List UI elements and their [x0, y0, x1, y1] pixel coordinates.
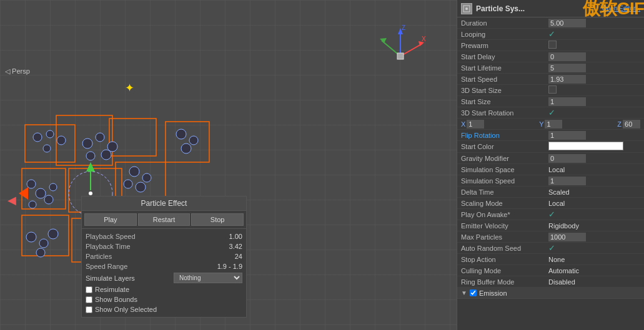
3d-start-size-value [548, 85, 640, 95]
stop-action-label: Stop Action [461, 256, 548, 263]
start-size-label: Start Size [461, 98, 548, 105]
auto-random-seed-label: Auto Random Seed [461, 245, 548, 252]
start-color-swatch[interactable] [548, 142, 623, 150]
start-lifetime-input[interactable] [548, 64, 586, 72]
emission-row[interactable]: ▼ Emission [457, 288, 644, 299]
svg-point-43 [181, 143, 191, 153]
prewarm-value [548, 41, 640, 50]
start-size-value [548, 97, 640, 106]
svg-text:Z: Z [402, 25, 405, 31]
svg-point-19 [46, 130, 54, 138]
start-delay-value [548, 52, 640, 61]
max-particles-input[interactable] [548, 233, 586, 241]
gravity-modifier-row: Gravity Modifier [457, 153, 644, 164]
delta-time-row: Delta Time Scaled [457, 187, 644, 198]
svg-point-44 [26, 232, 36, 242]
right-panel-title: Particle Sys... [476, 4, 525, 13]
speed-range-row: Speed Range 1.9 - 1.9 [86, 261, 242, 271]
emission-label: Emission [479, 289, 507, 297]
3d-start-rotation-label: 3D Start Rotation [461, 109, 548, 117]
svg-text:X: X [422, 36, 425, 42]
play-on-awake-label: Play On Awake* [461, 211, 548, 218]
y-label: Y [539, 120, 543, 128]
simulate-layers-select[interactable]: Nothing Everything [174, 273, 242, 283]
start-delay-input[interactable] [548, 52, 586, 61]
z-label: Z [617, 120, 622, 128]
particle-panel-title: Particle Effect [82, 197, 246, 211]
properties-scroll[interactable]: Duration Looping ✓ Prewarm Start Delay [457, 17, 644, 326]
simulation-speed-input[interactable] [548, 177, 586, 185]
scaling-mode-row: Scaling Mode Local [457, 198, 644, 209]
restart-button[interactable]: Restart [138, 213, 191, 226]
duration-input[interactable] [548, 19, 586, 27]
flip-rotation-input[interactable] [548, 131, 586, 140]
svg-point-34 [29, 201, 36, 208]
auto-random-seed-row: Auto Random Seed ✓ [457, 243, 644, 254]
culling-mode-row: Culling Mode Automatic [457, 265, 644, 276]
z-input[interactable] [623, 120, 640, 129]
play-on-awake-row: Play On Awake* ✓ [457, 209, 644, 220]
playback-time-value: 3.42 [229, 243, 242, 250]
prewarm-row: Prewarm [457, 40, 644, 51]
3d-start-size-row: 3D Start Size [457, 85, 644, 96]
particle-panel-buttons: Play Restart Stop [82, 211, 246, 229]
sun-icon: ✦ [125, 81, 139, 95]
stop-action-row: Stop Action None [457, 254, 644, 265]
show-only-selected-checkbox[interactable] [86, 306, 92, 313]
svg-point-38 [142, 173, 151, 182]
svg-point-41 [176, 129, 186, 139]
delta-time-label: Delta Time [461, 188, 548, 196]
svg-point-45 [39, 239, 48, 248]
ring-buffer-mode-value: Disabled [548, 278, 640, 286]
show-bounds-label: Show Bounds [95, 296, 137, 303]
stop-button[interactable]: Stop [191, 213, 244, 226]
viewport[interactable]: ◁ Persp ✦ ◀ Z X [0, 0, 457, 330]
simulate-layers-row: Simulate Layers Nothing Everything [86, 271, 242, 284]
particle-effect-panel: Particle Effect Play Restart Stop Playba… [81, 196, 247, 318]
start-speed-input[interactable] [548, 75, 586, 84]
3d-start-size-label: 3D Start Size [461, 87, 548, 94]
svg-point-39 [136, 182, 146, 192]
scaling-mode-value: Local [548, 200, 640, 207]
transform-gizmo: Z X [375, 25, 425, 81]
particle-sys-icon [461, 3, 472, 14]
scaling-mode-label: Scaling Mode [461, 200, 548, 207]
3d-start-rotation-value: ✓ [548, 108, 640, 117]
svg-point-54 [465, 7, 468, 10]
resimulate-checkbox[interactable] [86, 286, 92, 293]
prewarm-checkbox-empty [548, 41, 557, 49]
looping-row: Looping ✓ [457, 29, 644, 40]
start-speed-value [548, 75, 640, 84]
start-size-input[interactable] [548, 97, 586, 106]
svg-point-18 [33, 133, 42, 142]
speed-range-label: Speed Range [86, 263, 127, 270]
gravity-modifier-value [548, 154, 640, 163]
emitter-velocity-row: Emitter Velocity Rigidbody [457, 220, 644, 231]
simulation-speed-value [548, 177, 640, 185]
duration-label: Duration [461, 19, 548, 27]
show-only-selected-row: Show Only Selected [86, 304, 242, 314]
show-only-selected-label: Show Only Selected [95, 306, 157, 313]
svg-point-27 [101, 150, 111, 160]
start-speed-label: Start Speed [461, 75, 548, 83]
particles-value: 24 [235, 253, 242, 260]
start-delay-row: Start Delay [457, 51, 644, 62]
3d-start-size-checkbox [548, 85, 557, 94]
gravity-modifier-input[interactable] [548, 154, 586, 163]
start-delay-label: Start Delay [461, 53, 548, 61]
left-arrow-icon: ◀ [7, 193, 16, 207]
show-bounds-checkbox[interactable] [86, 296, 92, 303]
start-color-label: Start Color [461, 143, 548, 150]
flip-rotation-label: Flip Rotation [461, 132, 548, 139]
open-editor-button[interactable]: Open Editor... [602, 5, 640, 12]
start-color-value [548, 142, 640, 152]
emission-checkbox[interactable] [470, 289, 477, 296]
emitter-velocity-value: Rigidbody [548, 222, 640, 230]
looping-value: ✓ [548, 29, 640, 39]
stop-action-value: None [548, 256, 640, 263]
culling-mode-label: Culling Mode [461, 267, 548, 274]
culling-mode-value: Automatic [548, 267, 640, 274]
y-input[interactable] [545, 120, 562, 129]
play-button[interactable]: Play [84, 213, 137, 226]
x-input[interactable] [467, 120, 484, 129]
